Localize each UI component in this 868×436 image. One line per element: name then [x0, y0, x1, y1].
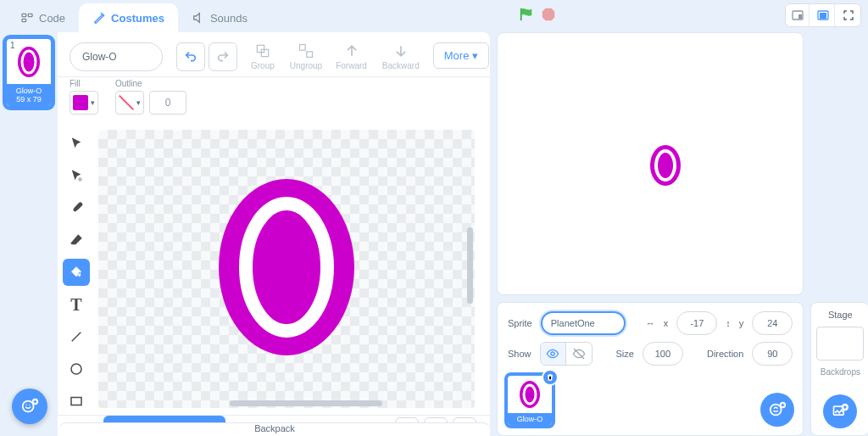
show-button[interactable] — [541, 343, 566, 365]
svg-point-14 — [79, 178, 81, 181]
y-label: y — [739, 318, 744, 328]
sprite-thumb[interactable]: Glow-O — [506, 374, 554, 427]
line-tool[interactable] — [63, 323, 90, 350]
costume-thumb[interactable]: 1 Glow-O 59 x 79 — [5, 37, 53, 108]
text-tool[interactable]: T — [63, 291, 90, 318]
costume-dims: 59 x 79 — [7, 95, 51, 103]
svg-rect-10 — [257, 45, 264, 52]
horizontal-scrollbar[interactable] — [230, 400, 382, 406]
fill-label: Fill — [70, 79, 98, 88]
costume-artwork — [214, 174, 359, 364]
svg-line-15 — [72, 333, 81, 342]
backpack-bar[interactable]: Backpack — [59, 422, 490, 436]
large-stage-button[interactable] — [811, 4, 835, 26]
eraser-tool[interactable] — [63, 226, 90, 254]
stage-preview[interactable] — [497, 32, 804, 295]
svg-marker-3 — [542, 8, 554, 20]
sprite-name-input[interactable] — [541, 311, 626, 335]
direction-label: Direction — [707, 349, 743, 359]
sprite-on-stage[interactable] — [648, 143, 682, 191]
svg-rect-1 — [22, 19, 26, 21]
forward-button[interactable]: Forward — [336, 42, 367, 70]
reshape-tool[interactable] — [63, 162, 90, 189]
tab-sounds[interactable]: Sounds — [178, 3, 261, 32]
vertical-scrollbar[interactable] — [467, 227, 473, 304]
green-flag-icon[interactable] — [519, 7, 534, 22]
svg-rect-11 — [261, 49, 268, 56]
size-label: Size — [616, 349, 634, 359]
add-backdrop-button[interactable] — [823, 394, 857, 428]
ungroup-button[interactable]: Ungroup — [290, 42, 322, 70]
hide-button[interactable] — [566, 343, 592, 365]
stage-thumb[interactable] — [816, 327, 864, 361]
svg-point-32 — [23, 401, 34, 412]
tab-code-label: Code — [39, 12, 65, 25]
fill-swatch[interactable]: ▾ — [70, 91, 98, 115]
x-label: x — [664, 318, 669, 328]
costume-name-input[interactable] — [70, 42, 163, 71]
sprite-label: Sprite — [508, 318, 532, 328]
svg-rect-17 — [71, 398, 81, 405]
svg-rect-0 — [22, 14, 26, 16]
tab-costumes[interactable]: Costumes — [79, 3, 178, 32]
costume-index: 1 — [10, 41, 15, 50]
svg-rect-2 — [28, 14, 32, 16]
rect-tool[interactable] — [63, 388, 90, 415]
brush-tool[interactable] — [63, 194, 90, 221]
backdrops-label: Backdrops — [821, 367, 860, 377]
tab-sounds-label: Sounds — [210, 12, 248, 25]
paint-canvas[interactable] — [98, 130, 475, 408]
small-stage-button[interactable] — [786, 4, 810, 26]
svg-point-16 — [71, 364, 81, 374]
svg-point-24 — [551, 352, 554, 355]
svg-rect-5 — [798, 14, 802, 19]
outline-swatch[interactable]: ▾ — [115, 91, 144, 115]
sprite-size-input[interactable]: 100 — [643, 342, 683, 366]
delete-sprite-button[interactable] — [542, 369, 559, 386]
costume-name-small: Glow-O — [7, 87, 51, 95]
svg-point-28 — [771, 405, 782, 416]
add-costume-button[interactable] — [12, 388, 47, 424]
sprite-y-input[interactable]: 24 — [752, 311, 793, 335]
tab-code[interactable]: Code — [7, 3, 79, 32]
sprite-thumb-name: Glow-O — [508, 413, 552, 425]
svg-rect-7 — [820, 13, 826, 19]
select-tool[interactable] — [63, 130, 90, 157]
fill-tool[interactable] — [63, 259, 90, 286]
sprite-x-input[interactable]: -17 — [676, 311, 717, 335]
fullscreen-button[interactable] — [837, 4, 860, 26]
show-label: Show — [508, 349, 531, 359]
tab-costumes-label: Costumes — [111, 12, 164, 25]
sprite-direction-input[interactable]: 90 — [752, 342, 793, 366]
circle-tool[interactable] — [63, 355, 90, 383]
more-button[interactable]: More ▾ — [433, 42, 490, 69]
outline-label: Outline — [115, 79, 186, 88]
svg-rect-12 — [299, 45, 305, 51]
redo-button[interactable] — [209, 42, 237, 71]
caret-down-icon: ▾ — [91, 98, 95, 107]
y-icon: ↕ — [726, 318, 731, 328]
undo-button[interactable] — [176, 42, 205, 71]
outline-width[interactable]: 0 — [149, 91, 186, 115]
caret-down-icon: ▾ — [472, 49, 478, 62]
stop-icon[interactable] — [541, 7, 556, 22]
stage-size-controls — [785, 3, 861, 27]
backward-button[interactable]: Backward — [382, 42, 420, 70]
svg-rect-13 — [307, 52, 313, 58]
xy-icon: ↔ — [646, 318, 655, 328]
stage-title: Stage — [828, 310, 853, 320]
group-button[interactable]: Group — [251, 42, 275, 70]
